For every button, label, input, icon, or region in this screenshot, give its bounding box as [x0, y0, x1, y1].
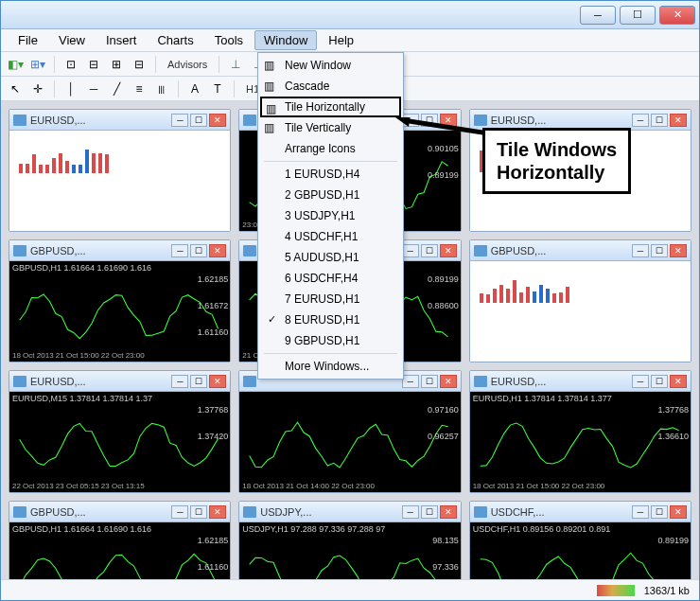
chart-min-button[interactable]: ─ [402, 244, 419, 257]
menu-item-tile-horizontally[interactable]: ▥Tile Horizontally [260, 97, 401, 117]
window-list-item[interactable]: 4 USDCHF,H1 [260, 226, 401, 247]
profiles-icon[interactable]: ⊞▾ [29, 56, 46, 73]
chart-canvas[interactable]: EURUSD,H1 1.37814 1.37814 1.3771.377681.… [470, 392, 691, 492]
chart-title: GBPUSD,... [491, 245, 628, 256]
minimize-button[interactable]: ─ [580, 6, 616, 25]
chart-canvas[interactable]: EURUSD,M15 1.37814 1.37814 1.371.377681.… [9, 392, 230, 492]
chart-close-button[interactable]: ✕ [209, 114, 226, 127]
chart-close-button[interactable]: ✕ [209, 375, 226, 388]
hline-icon[interactable]: ─ [85, 80, 102, 97]
window-list-item[interactable]: 5 AUDUSD,H1 [260, 247, 401, 268]
market-watch-icon[interactable]: ⊡ [62, 56, 79, 73]
menu-item-tile-vertically[interactable]: ▥Tile Vertically [260, 117, 401, 138]
chart-max-button[interactable]: ☐ [651, 114, 668, 127]
chart-window[interactable]: EURUSD,...─☐✕ [9, 109, 231, 232]
menu-tools[interactable]: Tools [205, 30, 253, 50]
chart-max-button[interactable]: ☐ [651, 244, 668, 257]
indicator1-icon[interactable]: ⊥ [227, 56, 244, 73]
chart-min-button[interactable]: ─ [171, 244, 188, 257]
chart-window[interactable]: ─☐✕0.971600.9625718 Oct 2013 21 Oct 14:0… [238, 370, 461, 493]
chart-icon [13, 506, 26, 518]
chart-max-button[interactable]: ☐ [651, 505, 668, 519]
cursor-icon[interactable]: ↖ [7, 80, 24, 97]
chart-window[interactable]: EURUSD,...─☐✕EURUSD,H1 1.37814 1.37814 1… [469, 370, 691, 493]
window-list-item[interactable]: 1 EURUSD,H4 [260, 164, 401, 185]
chart-close-button[interactable]: ✕ [209, 505, 226, 519]
data-window-icon[interactable]: ⊟ [85, 56, 102, 73]
chart-close-button[interactable]: ✕ [209, 244, 226, 257]
chart-window[interactable]: EURUSD,...─☐✕EURUSD,M15 1.37814 1.37814 … [9, 370, 231, 493]
window-list-item[interactable]: 7 EURUSD,H1 [260, 289, 401, 309]
crosshair-icon[interactable]: ✛ [29, 80, 46, 97]
text-icon[interactable]: A [186, 80, 203, 97]
chart-max-button[interactable]: ☐ [421, 244, 438, 257]
chart-window[interactable]: GBPUSD,...─☐✕GBPUSD,H1 1.61664 1.61690 1… [9, 501, 231, 579]
chart-min-button[interactable]: ─ [171, 114, 188, 127]
chart-min-button[interactable]: ─ [171, 505, 188, 519]
chart-min-button[interactable]: ─ [632, 375, 649, 388]
menu-help[interactable]: Help [319, 30, 363, 50]
price-label: 0.89199 [428, 170, 459, 180]
window-menu-dropdown: ▥New Window▥Cascade▥Tile Horizontally▥Ti… [257, 52, 404, 380]
advisors-label[interactable]: Advisors [164, 59, 211, 70]
chart-close-button[interactable]: ✕ [670, 505, 687, 519]
label-icon[interactable]: T [209, 80, 226, 97]
menu-insert[interactable]: Insert [96, 30, 147, 50]
chart-max-button[interactable]: ☐ [190, 114, 207, 127]
chart-max-button[interactable]: ☐ [421, 505, 438, 519]
trendline-icon[interactable]: ╱ [108, 80, 125, 97]
navigator-icon[interactable]: ⊞ [108, 56, 125, 73]
chart-max-button[interactable]: ☐ [190, 505, 207, 519]
chart-min-button[interactable]: ─ [402, 505, 419, 519]
channel-icon[interactable]: ≡ [131, 80, 148, 97]
titlebar: ─ ☐ ✕ [1, 1, 699, 29]
window-list-item[interactable]: 9 GBPUSD,H1 [260, 330, 401, 351]
menu-item-arrange-icons[interactable]: Arrange Icons [260, 138, 401, 159]
terminal-icon[interactable]: ⊟ [131, 56, 148, 73]
chart-canvas[interactable]: GBPUSD,H1 1.61664 1.61690 1.6161.621851.… [9, 261, 230, 362]
chart-min-button[interactable]: ─ [171, 375, 188, 388]
chart-window[interactable]: USDCHF,...─☐✕USDCHF,H1 0.89156 0.89201 0… [469, 501, 691, 579]
menu-item-new-window[interactable]: ▥New Window [260, 55, 401, 76]
menu-view[interactable]: View [49, 30, 95, 50]
fibo-icon[interactable]: ⫼ [153, 80, 170, 97]
chart-icon [243, 115, 256, 126]
chart-close-button[interactable]: ✕ [440, 505, 457, 519]
chart-min-button[interactable]: ─ [402, 375, 419, 388]
chart-close-button[interactable]: ✕ [670, 375, 687, 388]
chart-close-button[interactable]: ✕ [440, 375, 457, 388]
chart-min-button[interactable]: ─ [632, 505, 649, 519]
chart-max-button[interactable]: ☐ [651, 375, 668, 388]
window-list-item[interactable]: 6 USDCHF,H4 [260, 268, 401, 289]
chart-max-button[interactable]: ☐ [421, 375, 438, 388]
chart-window[interactable]: GBPUSD,...─☐✕GBPUSD,H1 1.61664 1.61690 1… [9, 239, 231, 362]
more-windows[interactable]: More Windows... [260, 356, 401, 377]
menu-window[interactable]: Window [254, 30, 317, 50]
chart-canvas[interactable]: USDCHF,H1 0.89156 0.89201 0.8910.8919918… [470, 522, 691, 579]
chart-min-button[interactable]: ─ [632, 244, 649, 257]
chart-close-button[interactable]: ✕ [670, 244, 687, 257]
chart-window[interactable]: GBPUSD,...─☐✕ [469, 239, 691, 362]
vline-icon[interactable]: │ [62, 80, 79, 97]
menu-charts[interactable]: Charts [148, 30, 202, 50]
window-list-item[interactable]: ✓8 EURUSD,H1 [260, 309, 401, 330]
chart-max-button[interactable]: ☐ [190, 244, 207, 257]
menu-file[interactable]: File [9, 30, 47, 50]
chart-min-button[interactable]: ─ [632, 114, 649, 127]
window-list-item[interactable]: 3 USDJPY,H1 [260, 205, 401, 226]
close-button[interactable]: ✕ [659, 6, 695, 25]
window-list-item[interactable]: 2 GBPUSD,H1 [260, 185, 401, 205]
chart-canvas[interactable]: 0.971600.9625718 Oct 2013 21 Oct 14:00 2… [239, 392, 460, 492]
chart-window[interactable]: USDJPY,...─☐✕USDJPY,H1 97.288 97.336 97.… [238, 501, 461, 579]
chart-close-button[interactable]: ✕ [670, 114, 687, 127]
chart-close-button[interactable]: ✕ [440, 244, 457, 257]
chart-max-button[interactable]: ☐ [190, 375, 207, 388]
new-chart-icon[interactable]: ◧▾ [7, 56, 24, 73]
chart-canvas[interactable]: USDJPY,H1 97.288 97.336 97.288 9798.1359… [239, 522, 460, 579]
menu-item-cascade[interactable]: ▥Cascade [260, 76, 401, 97]
chart-canvas[interactable]: GBPUSD,H1 1.61664 1.61690 1.6161.621851.… [9, 522, 230, 579]
maximize-button[interactable]: ☐ [620, 6, 656, 25]
chart-canvas[interactable] [9, 131, 230, 231]
chart-canvas[interactable] [470, 261, 691, 362]
chart-info-label: GBPUSD,H1 1.61664 1.61690 1.616 [12, 524, 151, 534]
